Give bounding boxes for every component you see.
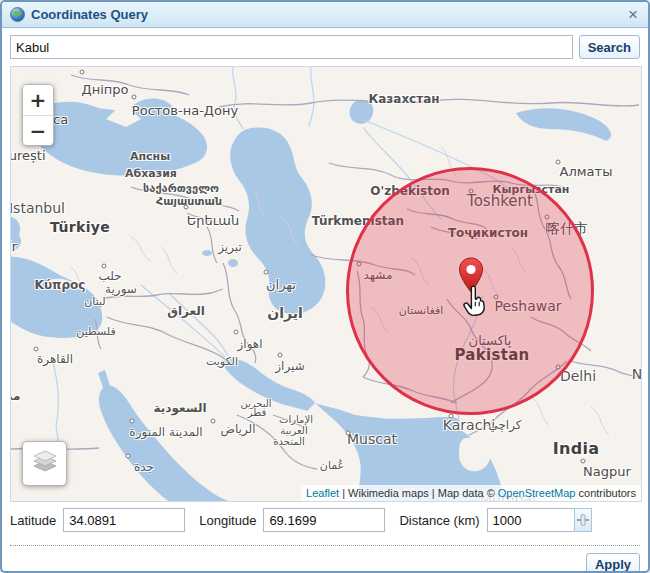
city-dot [278, 353, 283, 358]
map-label: حلب [98, 269, 121, 283]
map-label: Nepal [632, 366, 642, 382]
distance-input[interactable] [487, 508, 574, 532]
map-label: شيراز [275, 359, 304, 373]
map-label: اهواز [238, 337, 263, 351]
window-title: Coordinates Query [31, 7, 626, 22]
city-dot [556, 160, 561, 165]
map-label: Հայաստան [156, 195, 222, 208]
city-dot [102, 264, 107, 269]
map-label: قطر [248, 407, 267, 418]
layers-button[interactable] [22, 441, 67, 486]
leaflet-link[interactable]: Leaflet [306, 487, 339, 499]
city-dot [34, 347, 39, 352]
longitude-label: Longitude [199, 513, 256, 528]
map-canvas[interactable]: ДніпроРостов-на-ДонуОдесаBucureștiАпсныА… [10, 66, 642, 502]
search-row: Search [2, 28, 648, 59]
map-label: المدينة المنورة [129, 425, 202, 439]
map-label: العراق [167, 304, 205, 318]
map-label: جدة [134, 460, 154, 474]
map-label: عُمان [320, 459, 344, 472]
map-label: Türkiye [50, 219, 110, 235]
map-label: Алматы [560, 164, 613, 179]
map-label: Κύπρος [35, 278, 86, 292]
map-label: المتحدة [273, 436, 305, 447]
map-label: السعودية [153, 401, 206, 415]
city-dot [211, 419, 216, 424]
coordinates-query-window: Coordinates Query × Search [0, 0, 650, 573]
globe-icon [10, 7, 25, 22]
zoom-out-button[interactable]: − [23, 115, 53, 145]
map-attribution: Leaflet | Wikimedia maps | Map data © Op… [301, 485, 641, 501]
city-dot [184, 205, 189, 210]
map-label: Երեւան [187, 213, 240, 228]
zoom-in-button[interactable]: + [23, 85, 53, 115]
longitude-input[interactable] [263, 508, 385, 532]
city-dot [449, 414, 454, 419]
city-dot [80, 70, 85, 75]
map-label: București [10, 148, 46, 163]
attribution-suffix: contributors [575, 487, 636, 499]
city-dot [346, 431, 351, 436]
map-label: تبريز [218, 240, 242, 254]
map-label: Delhi [560, 368, 596, 384]
search-input[interactable] [10, 35, 573, 59]
openstreetmap-link[interactable]: OpenStreetMap [498, 487, 576, 499]
map-label: Дніпро [82, 82, 129, 97]
map-label: İzmir [10, 239, 17, 254]
distance-label: Distance (km) [399, 513, 479, 528]
map-label: كراچي [488, 418, 521, 432]
title-bar: Coordinates Query × [2, 2, 648, 28]
layers-icon [31, 449, 59, 479]
city-dot [126, 454, 131, 459]
city-dot [581, 459, 586, 464]
map-label: الكويت [206, 355, 238, 368]
map-label: القاهرة [37, 352, 73, 366]
cursor-icon [461, 285, 487, 321]
spinner-icon [576, 513, 590, 527]
map-label: Muscat [347, 431, 397, 447]
city-dot [132, 95, 137, 100]
map-label: سورية [105, 282, 137, 296]
map-label: مصر [10, 389, 20, 403]
map-label: فلسطين [76, 325, 115, 338]
map-label: الرياض [220, 422, 255, 436]
latitude-input[interactable] [63, 508, 185, 532]
search-button[interactable]: Search [579, 35, 640, 59]
city-dot [234, 330, 239, 335]
city-dot [130, 419, 135, 424]
map-label: الإمارات [279, 414, 313, 425]
map-label: Абхазия [125, 167, 177, 180]
distance-spinner[interactable] [574, 508, 592, 532]
map-label: Казахстан [368, 92, 439, 106]
map-label: Апсны [130, 150, 170, 163]
latitude-label: Latitude [10, 513, 56, 528]
apply-button[interactable]: Apply [586, 553, 640, 573]
map-label: საქართველო [143, 182, 219, 195]
map-label: العربية [280, 425, 307, 436]
zoom-control: + − [22, 84, 54, 146]
map-label: Istanbul [10, 200, 65, 216]
map-label: India [553, 439, 600, 458]
map-label: تهران [266, 277, 296, 292]
map-label: Nagpur [583, 464, 631, 479]
close-icon[interactable]: × [626, 6, 640, 23]
attribution-text: | Wikimedia maps | Map data © [339, 487, 498, 499]
map-label: ايران [267, 305, 303, 321]
map-label: لبنان [84, 295, 105, 308]
map-label: Ростов-на-Дону [132, 103, 238, 118]
coordinates-form: Latitude Longitude Distance (km) [2, 502, 648, 532]
map-label: Karachi [443, 417, 495, 433]
apply-row: Apply [2, 546, 648, 573]
city-dot [264, 270, 269, 275]
